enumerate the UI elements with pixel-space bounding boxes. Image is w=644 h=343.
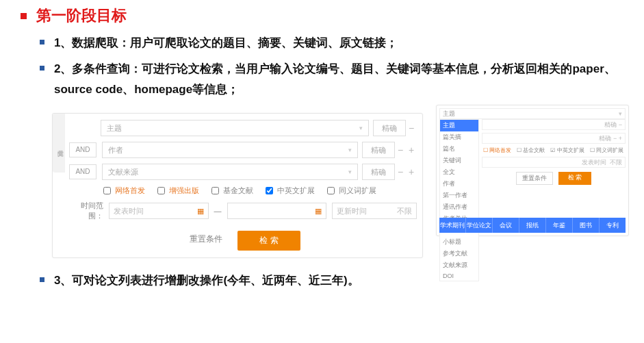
dropdown-item[interactable]: 篇关摘 bbox=[440, 131, 478, 143]
tab[interactable]: 报纸 bbox=[519, 218, 546, 233]
phase-heading: 第一阶段目标 bbox=[36, 5, 127, 26]
ck[interactable]: ☐ 基金文献 bbox=[517, 147, 545, 154]
update-time[interactable]: 更新时间不限 bbox=[332, 203, 417, 219]
field-topic[interactable]: 主题 bbox=[101, 120, 369, 136]
bullet-icon bbox=[40, 66, 44, 71]
mini-time[interactable]: 发表时间 不限 bbox=[482, 157, 626, 168]
side-tab[interactable]: 文献分类 bbox=[53, 114, 65, 173]
date-to[interactable]: ▦ bbox=[227, 203, 327, 219]
mini-field[interactable]: 精确 − + bbox=[482, 133, 626, 144]
add-row-icon[interactable]: + bbox=[406, 144, 417, 155]
dropdown-item[interactable]: 小标题 bbox=[440, 236, 478, 248]
tab[interactable]: 学位论文 bbox=[466, 218, 493, 233]
ck-bilingual[interactable]: 中英文扩展 bbox=[263, 185, 315, 196]
dropdown-item[interactable]: 文献来源 bbox=[440, 259, 478, 271]
h1-bullet-icon bbox=[21, 13, 27, 19]
ck-fund[interactable]: 基金文献 bbox=[209, 185, 253, 196]
match-select[interactable]: 精确 bbox=[373, 120, 406, 136]
remove-row-icon[interactable]: − bbox=[395, 166, 406, 177]
ck-netfirst[interactable]: 网络首发 bbox=[101, 185, 145, 196]
bullet-3: 3、可对论文列表进行增删改操作(今年、近两年、近三年)。 bbox=[54, 270, 359, 291]
dropdown-item[interactable]: 作者 bbox=[440, 178, 478, 190]
top-field[interactable]: 主题 bbox=[439, 108, 626, 119]
tab[interactable]: 年鉴 bbox=[546, 218, 573, 233]
tab[interactable]: 专利 bbox=[600, 218, 626, 233]
field-author[interactable]: 作者 bbox=[102, 142, 358, 158]
dash: — bbox=[214, 207, 222, 215]
ck[interactable]: ☐ 网络首发 bbox=[483, 147, 511, 154]
match-select[interactable]: 精确 bbox=[362, 142, 395, 158]
tab[interactable]: 图书 bbox=[573, 218, 600, 233]
match-select[interactable]: 精确 bbox=[362, 164, 395, 180]
dropdown-item[interactable]: 关键词 bbox=[440, 155, 478, 166]
dropdown-item[interactable]: 通讯作者 bbox=[440, 201, 478, 213]
bullet-icon bbox=[40, 277, 44, 282]
reset-button[interactable]: 重置条件 bbox=[516, 172, 553, 185]
bool-op[interactable]: AND bbox=[69, 164, 96, 179]
date-from[interactable]: 发表时间▦ bbox=[109, 203, 209, 219]
reset-button[interactable]: 重置条件 bbox=[185, 231, 227, 251]
bullet-1: 1、数据爬取：用户可爬取论文的题目、摘要、关键词、原文链接； bbox=[54, 33, 398, 53]
mini-checks: ☐ 网络首发 ☐ 基金文献 ☑ 中英文扩展 ☐ 同义词扩展 bbox=[483, 147, 626, 154]
calendar-icon[interactable]: ▦ bbox=[197, 207, 204, 216]
screenshots-area: 文献分类 主题 精确 − AND 作者 精确 − + bbox=[52, 105, 632, 262]
search-button[interactable]: 检 索 bbox=[237, 231, 300, 251]
bool-op[interactable]: AND bbox=[69, 142, 96, 157]
mini-field[interactable]: 精确 − bbox=[482, 119, 626, 130]
remove-row-icon[interactable]: − bbox=[406, 123, 417, 134]
dropdown-item[interactable]: 篇名 bbox=[440, 143, 478, 155]
calendar-icon[interactable]: ▦ bbox=[315, 207, 322, 216]
dropdown-item[interactable]: 参考文献 bbox=[440, 248, 478, 259]
remove-row-icon[interactable]: − bbox=[395, 144, 406, 155]
tab[interactable]: 会议 bbox=[493, 218, 519, 233]
tab[interactable]: 学术期刊 bbox=[439, 218, 466, 233]
ck-synonym[interactable]: 同义词扩展 bbox=[324, 185, 376, 196]
dropdown-item[interactable]: 全文 bbox=[440, 166, 478, 178]
field-source[interactable]: 文献来源 bbox=[102, 164, 358, 180]
search-button[interactable]: 检 索 bbox=[558, 172, 592, 185]
dropdown-item[interactable]: 主题 bbox=[440, 120, 478, 131]
ck-enhanced[interactable]: 增强出版 bbox=[155, 185, 199, 196]
option-checks: 网络首发 增强出版 基金文献 中英文扩展 同义词扩展 bbox=[101, 185, 417, 196]
time-label: 时间范围： bbox=[69, 201, 103, 221]
bullet-2: 2、多条件查询：可进行论文检索，当用户输入论文编号、题目、关键词等基本信息，分析… bbox=[54, 59, 629, 100]
add-row-icon[interactable]: + bbox=[406, 166, 417, 177]
screenshot-dropdown-search: 主题 主题 篇关摘 篇名 关键词 全文 作者 第一作者 通讯作者 作者单位 基金… bbox=[436, 105, 629, 236]
dropdown-item[interactable]: 第一作者 bbox=[440, 190, 478, 201]
bullet-icon bbox=[40, 40, 44, 45]
field-dropdown[interactable]: 主题 篇关摘 篇名 关键词 全文 作者 第一作者 通讯作者 作者单位 基金 小标… bbox=[439, 119, 479, 281]
result-tabs: 学术期刊 学位论文 会议 报纸 年鉴 图书 专利 bbox=[439, 218, 626, 233]
screenshot-advanced-search: 文献分类 主题 精确 − AND 作者 精确 − + bbox=[52, 113, 423, 258]
ck[interactable]: ☑ 中英文扩展 bbox=[550, 147, 584, 154]
ck[interactable]: ☐ 同义词扩展 bbox=[590, 147, 623, 154]
dropdown-item[interactable]: DOI bbox=[440, 271, 478, 281]
